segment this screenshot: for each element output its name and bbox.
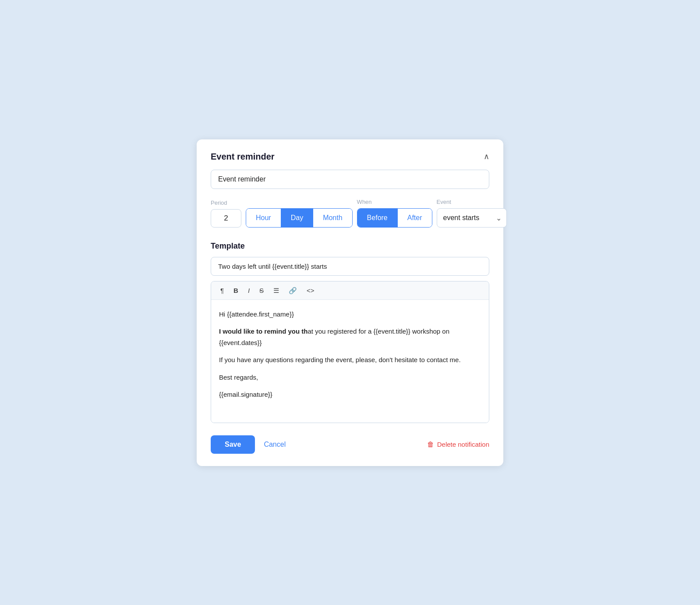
editor-line-1: Hi {{attendee.first_name}} [219, 309, 481, 320]
save-button[interactable]: Save [211, 435, 255, 454]
editor-line-4: Best regards, [219, 372, 481, 383]
collapse-icon[interactable]: ∧ [484, 152, 489, 161]
template-section-title: Template [211, 242, 489, 251]
footer-row: Save Cancel 🗑 Delete notification [211, 435, 489, 454]
event-reminder-card: Event reminder ∧ Period Period Hour Day … [197, 139, 503, 466]
toolbar-link-btn[interactable]: 🔗 [285, 285, 301, 296]
period-number-input[interactable] [211, 209, 241, 228]
template-subject-input[interactable] [211, 257, 489, 276]
period-month-btn[interactable]: Month [313, 209, 352, 227]
editor-line-5: {{email.signature}} [219, 389, 481, 400]
when-before-btn[interactable]: Before [357, 209, 398, 227]
editor-wrapper: ¶ B I S ☰ 🔗 <> Hi {{attendee.first_name}… [211, 281, 489, 423]
toolbar-strikethrough-btn[interactable]: S [255, 285, 268, 296]
trash-icon: 🗑 [427, 441, 434, 448]
toolbar-bold-btn[interactable]: B [230, 285, 242, 296]
event-label: Event [437, 199, 507, 205]
toolbar-list-btn[interactable]: ☰ [269, 285, 283, 296]
delete-notification-button[interactable]: 🗑 Delete notification [427, 437, 489, 452]
card-title: Event reminder [211, 152, 275, 162]
template-section: Template ¶ B I S ☰ 🔗 <> Hi {{attendee.fi… [211, 242, 489, 423]
period-toggle: Hour Day Month [246, 208, 353, 228]
when-label: When [357, 199, 432, 205]
delete-label: Delete notification [437, 441, 489, 448]
cancel-button[interactable]: Cancel [260, 435, 289, 454]
period-day-btn[interactable]: Day [281, 209, 313, 227]
toolbar-code-btn[interactable]: <> [303, 285, 318, 296]
period-hour-btn[interactable]: Hour [246, 209, 281, 227]
event-group: Event event starts event ends ⌄ [437, 199, 507, 228]
toolbar-paragraph-btn[interactable]: ¶ [216, 285, 228, 296]
period-label: Period [211, 199, 241, 206]
editor-line-2: I would like to remind you that you regi… [219, 326, 481, 348]
period-when-row: Period Period Hour Day Month When Before… [211, 199, 489, 228]
editor-content[interactable]: Hi {{attendee.first_name}} I would like … [211, 300, 489, 423]
when-after-btn[interactable]: After [398, 209, 432, 227]
event-name-input[interactable] [211, 170, 489, 189]
period-number-group: Period [211, 199, 241, 228]
event-dropdown[interactable]: event starts event ends [437, 208, 507, 228]
event-dropdown-wrap: event starts event ends ⌄ [437, 208, 507, 228]
card-header: Event reminder ∧ [211, 152, 489, 162]
footer-left: Save Cancel [211, 435, 289, 454]
when-toggle: Before After [357, 208, 432, 228]
toolbar-italic-btn[interactable]: I [244, 285, 254, 296]
period-toggle-group: Period Hour Day Month [246, 199, 353, 228]
when-group: When Before After [357, 199, 432, 228]
editor-toolbar: ¶ B I S ☰ 🔗 <> [211, 281, 489, 300]
editor-line-3: If you have any questions regarding the … [219, 354, 481, 366]
